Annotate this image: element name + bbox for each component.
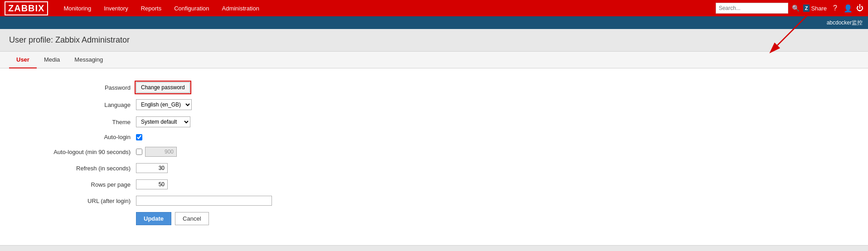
url-label: URL (after login) bbox=[45, 198, 136, 204]
language-control: English (en_GB) bbox=[136, 99, 192, 110]
language-select[interactable]: English (en_GB) bbox=[136, 99, 192, 110]
page-title: User profile: Zabbix Administrator bbox=[9, 35, 859, 45]
refresh-control bbox=[136, 163, 168, 173]
theme-label: Theme bbox=[45, 119, 136, 126]
theme-select[interactable]: System default bbox=[136, 116, 190, 127]
footer: http://mc.ge.st/in.r...3870r:19381 bbox=[0, 245, 868, 251]
action-row: Update Cancel bbox=[45, 212, 859, 225]
refresh-row: Refresh (in seconds) bbox=[45, 163, 859, 173]
rows-input[interactable] bbox=[136, 179, 168, 189]
theme-control: System default bbox=[136, 116, 190, 127]
nav-menu: Monitoring Inventory Reports Configurati… bbox=[57, 0, 715, 16]
change-password-button[interactable]: Change password bbox=[136, 82, 190, 93]
action-buttons: Update Cancel bbox=[136, 212, 209, 225]
theme-row: Theme System default bbox=[45, 116, 859, 127]
user-form: Password Change password Language Englis… bbox=[45, 82, 859, 225]
nav-reports[interactable]: Reports bbox=[135, 0, 168, 16]
rows-row: Rows per page bbox=[45, 179, 859, 189]
autologin-label: Auto-login bbox=[45, 134, 136, 140]
blue-bar: abcdocker监控 bbox=[0, 16, 868, 29]
tab-media[interactable]: Media bbox=[37, 52, 67, 68]
tab-messaging[interactable]: Messaging bbox=[67, 52, 110, 68]
tabs-bar: User Media Messaging bbox=[0, 52, 868, 68]
update-button[interactable]: Update bbox=[136, 212, 171, 225]
main-content: Password Change password Language Englis… bbox=[0, 68, 868, 245]
help-icon[interactable]: ? bbox=[830, 3, 840, 13]
search-icon[interactable]: 🔍 bbox=[792, 5, 800, 12]
autologout-row: Auto-logout (min 90 seconds) bbox=[45, 147, 859, 157]
autologout-label: Auto-logout (min 90 seconds) bbox=[45, 149, 136, 155]
autologout-checkbox[interactable] bbox=[136, 149, 142, 155]
autologin-row: Auto-login bbox=[45, 134, 859, 140]
cancel-button[interactable]: Cancel bbox=[175, 212, 209, 225]
refresh-label: Refresh (in seconds) bbox=[45, 165, 136, 172]
nav-administration[interactable]: Administration bbox=[216, 0, 266, 16]
autologout-input[interactable] bbox=[145, 147, 177, 157]
refresh-input[interactable] bbox=[136, 163, 168, 173]
rows-control bbox=[136, 179, 168, 189]
language-label: Language bbox=[45, 101, 136, 108]
share-button[interactable]: Z Share bbox=[803, 5, 827, 12]
navbar-right: 🔍 Z Share ? 👤 ⏻ bbox=[716, 3, 863, 14]
page-header: User profile: Zabbix Administrator bbox=[0, 29, 868, 52]
password-label: Password bbox=[45, 84, 136, 91]
user-icon[interactable]: 👤 bbox=[844, 4, 853, 13]
nav-monitoring[interactable]: Monitoring bbox=[57, 0, 97, 16]
rows-label: Rows per page bbox=[45, 181, 136, 188]
autologout-control bbox=[136, 147, 177, 157]
navbar: ZABBIX Monitoring Inventory Reports Conf… bbox=[0, 0, 868, 16]
power-icon[interactable]: ⏻ bbox=[856, 4, 863, 12]
password-row: Password Change password bbox=[45, 82, 859, 93]
app-logo[interactable]: ZABBIX bbox=[5, 1, 48, 15]
url-input[interactable] bbox=[136, 196, 272, 206]
password-control: Change password bbox=[136, 82, 190, 93]
tab-user[interactable]: User bbox=[9, 52, 37, 68]
url-control bbox=[136, 196, 272, 206]
current-user: abcdocker监控 bbox=[827, 19, 863, 27]
language-row: Language English (en_GB) bbox=[45, 99, 859, 110]
url-row: URL (after login) bbox=[45, 196, 859, 206]
nav-configuration[interactable]: Configuration bbox=[168, 0, 215, 16]
nav-inventory[interactable]: Inventory bbox=[97, 0, 134, 16]
autologin-control bbox=[136, 134, 142, 140]
search-input[interactable] bbox=[716, 3, 788, 14]
autologin-checkbox[interactable] bbox=[136, 134, 142, 140]
